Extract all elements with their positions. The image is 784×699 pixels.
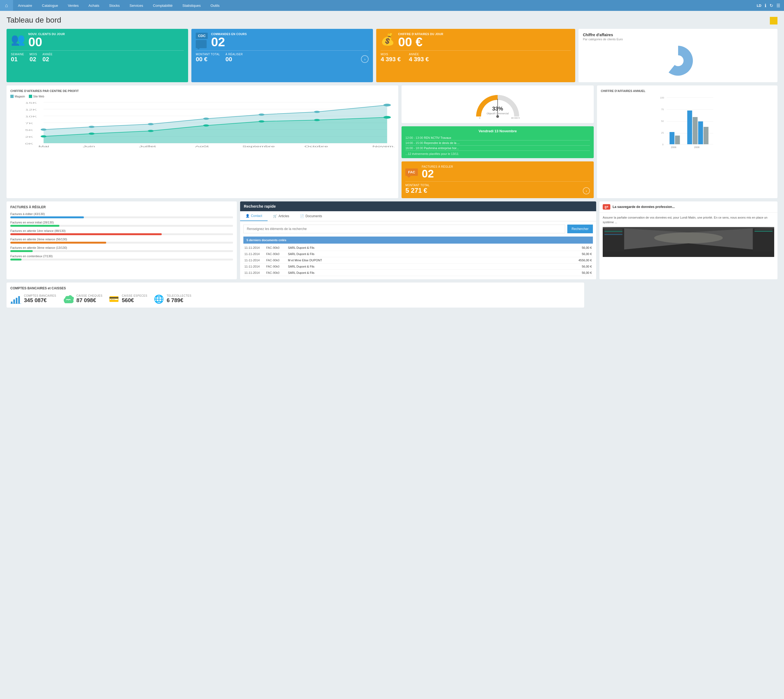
svg-text:15K: 15K [25, 101, 37, 104]
search-input[interactable] [244, 225, 565, 233]
fac-card: FAC FACTURES À RÉGLER 02 MONTANT TOTAL 5… [401, 161, 594, 198]
svg-rect-75 [11, 301, 13, 304]
cart-icon: 🛒 [273, 214, 277, 218]
svg-rect-78 [18, 296, 20, 304]
nav-home[interactable]: ⌂ [0, 0, 13, 11]
pie-title: Chiffre d'affaires [583, 33, 773, 37]
nav-item-comptabilite[interactable]: Comptabilité [148, 0, 177, 11]
stats-row: 👥 NOUV. CLIENTS DU JOUR 00 SEMAINE 01 MO… [7, 29, 777, 82]
nav-item-services[interactable]: Services [125, 0, 148, 11]
tab-contact[interactable]: 👤 Contact [240, 211, 268, 221]
search-button[interactable]: Rechercher [567, 225, 593, 233]
svg-text:0K: 0K [25, 142, 33, 145]
row3: FACTURES À RÉGLER Factures à éditer (43/… [7, 201, 777, 279]
fac-montant-value: 5 271 € [405, 187, 429, 194]
nav-item-annuaire[interactable]: Annuaire [13, 0, 37, 11]
docs-header: 5 derniers documents créés [244, 237, 593, 243]
refresh-icon[interactable]: ↻ [769, 3, 773, 8]
svg-rect-56 [687, 111, 692, 144]
contact-icon: 👤 [245, 214, 250, 218]
facture-row-4: Factures en attente 3ème relance (13/130… [10, 246, 233, 252]
annee-label: ANNÉE [43, 53, 53, 56]
svg-point-28 [259, 120, 265, 123]
facture-row-5: Factures en contentieux (7/130) [10, 255, 233, 260]
svg-text:0: 0 [662, 143, 663, 146]
next-button[interactable]: › [361, 55, 369, 63]
svg-text:12K: 12K [25, 108, 37, 111]
news-image [603, 227, 774, 257]
svg-rect-54 [670, 132, 674, 144]
facture-row-3: Factures en attente 2ème relance (56/130… [10, 238, 233, 243]
svg-rect-55 [675, 136, 680, 144]
realiser-label: À RÉALISER [225, 53, 243, 56]
svg-point-30 [384, 116, 391, 119]
ca-value: 00 € [398, 36, 443, 48]
svg-point-17 [89, 126, 95, 128]
svg-rect-59 [703, 127, 708, 144]
line-chart-title: CHIFFRE D'AFFAIRES PAR CENTRE DE PROFIT [10, 89, 394, 93]
nav-item-outils[interactable]: Outils [206, 0, 224, 11]
doc-row-4: 11-11-2014 FAC-90k0 SARL Dupont & Fils 5… [244, 270, 593, 276]
right-col: 33% Objectif Commercial 0 80 000 € Vendr… [401, 86, 594, 198]
nav-item-catalogue[interactable]: Catalogue [37, 0, 63, 11]
clients-value: 00 [28, 36, 65, 48]
tab-documents[interactable]: 📄 Documents [295, 211, 328, 221]
user-initials[interactable]: LD [757, 3, 761, 8]
nav-item-statistiques[interactable]: Statistiques [177, 0, 206, 11]
svg-text:7K: 7K [25, 122, 33, 125]
ca-mois-value: 4 393 € [381, 56, 400, 63]
nav-item-stocks[interactable]: Stocks [104, 0, 125, 11]
pie-subtitle: Par catégories de clients Euro [583, 38, 773, 41]
nav-item-ventes[interactable]: Ventes [63, 0, 84, 11]
tab-articles[interactable]: 🛒 Articles [268, 211, 295, 221]
nav-item-achats[interactable]: Achats [84, 0, 104, 11]
svg-text:5K: 5K [25, 129, 33, 131]
page-content: Tableau de bord 👥 NOUV. CLIENTS DU JOUR … [0, 11, 784, 699]
svg-point-21 [314, 111, 320, 113]
svg-point-39 [496, 115, 499, 118]
factures-card: FACTURES À RÉGLER Factures à éditer (43/… [7, 201, 237, 279]
top-navigation: ⌂ Annuaire Catalogue Ventes Achats Stock… [0, 0, 784, 11]
row2: CHIFFRE D'AFFAIRES PAR CENTRE DE PROFIT … [7, 86, 777, 198]
svg-text:2006: 2006 [671, 146, 676, 149]
svg-point-27 [203, 124, 209, 127]
compte-bancaires: COMPTES BANCAIRES 345 087€ [10, 294, 56, 304]
stat-card-commandes: CDC COMMANDES EN COURS 02 MONTANT TOTAL … [191, 29, 373, 82]
menu-icon[interactable]: ☰ [776, 3, 780, 8]
svg-text:75: 75 [661, 108, 664, 111]
fac-next-button[interactable]: › [583, 187, 590, 194]
doc-row-3: 11-11-2014 FAC-90k0 SARL Dupont & Fils 5… [244, 263, 593, 270]
semaine-value: 01 [11, 56, 24, 63]
compte-cheques: CAISSE CHEQUES 87 098€ [63, 294, 103, 304]
semaine-label: SEMAINE [11, 53, 24, 56]
svg-rect-72 [754, 229, 772, 230]
calendar-more: ...12 évènements planifiés pour le 13/11 [405, 152, 590, 156]
svg-point-16 [41, 129, 46, 131]
search-header: Recherche rapide [240, 201, 596, 211]
mois-label: MOIS [30, 53, 37, 56]
comptes-card: COMPTES BANCAIRES et CAISSES COMPTES BAN… [7, 283, 584, 308]
factures-title: FACTURES À RÉGLER [10, 205, 233, 209]
svg-point-74 [654, 232, 723, 243]
yellow-note[interactable] [770, 17, 777, 25]
compte-especes: 💳 CAISSE ESPECES 560€ [109, 294, 147, 304]
fac-badge: FAC [405, 169, 418, 176]
nav-right: LD ℹ ↻ ☰ [757, 3, 784, 8]
page-title: Tableau de bord [7, 16, 61, 25]
fac-value: 02 [422, 168, 453, 179]
calendar-event-0: 12:00 - 13:00 RDV ACTIV Travaux [405, 135, 590, 141]
ca-annee-label: ANNÉE [409, 53, 429, 56]
info-icon[interactable]: ℹ [765, 3, 766, 8]
svg-text:25: 25 [661, 131, 664, 134]
news-title: La sauvegarde de données profession... [613, 205, 675, 209]
gauge-card: 33% Objectif Commercial 0 80 000 € [401, 86, 594, 123]
svg-point-0 [673, 55, 683, 66]
doc-row-0: 11-11-2014 FAC-90k0 SARL Dupont & Fils 5… [244, 245, 593, 251]
svg-rect-69 [604, 232, 622, 233]
news-card: g+ La sauvegarde de données profession..… [600, 201, 777, 279]
svg-text:Juillet: Juillet [139, 145, 156, 148]
stat-card-ca: 💰 CHIFFRE D'AFFAIRES DU JOUR 00 € MOIS 4… [376, 29, 575, 82]
compte-telecollectes-value: 6 789€ [167, 297, 191, 303]
svg-text:Juin: Juin [83, 145, 95, 148]
cdc-badge: CDC [196, 33, 208, 39]
